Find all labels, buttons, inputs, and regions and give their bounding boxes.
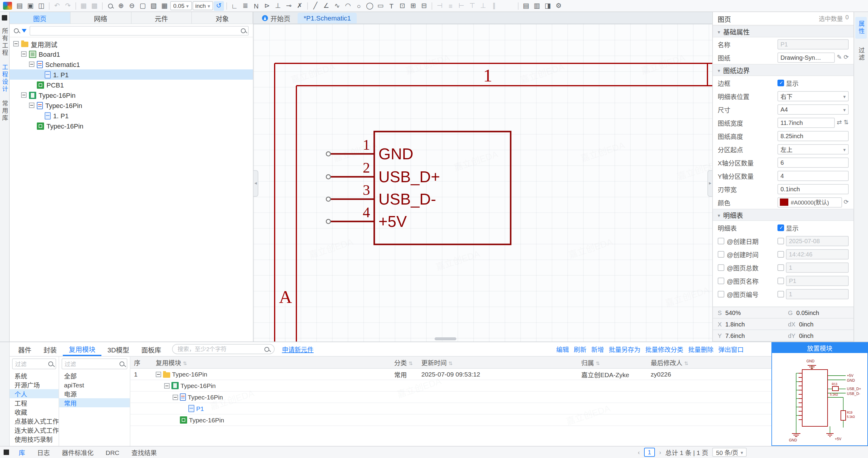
- sheet-input[interactable]: [777, 52, 835, 62]
- statusbar-tab-library[interactable]: 库: [13, 447, 31, 458]
- meta-checkbox[interactable]: [777, 291, 784, 297]
- rect-tool-icon[interactable]: ▭: [375, 1, 386, 10]
- app-logo-icon[interactable]: [3, 2, 12, 10]
- tree-item-pcb[interactable]: PCB1: [10, 80, 253, 90]
- settings-gear-icon[interactable]: ⚙: [554, 1, 564, 10]
- column-header[interactable]: 复用模块: [156, 358, 181, 367]
- group-item-studio-2[interactable]: 连大嵌入式工作室: [10, 425, 59, 434]
- module-preview[interactable]: GND +5V GND USB_D+ USB_D- R13 5.1kΩ R19 …: [772, 353, 867, 445]
- group-item-personal[interactable]: 个人: [10, 389, 59, 398]
- table-row[interactable]: 1 Typec-16Pin 常用 2025-07-09 09:53:12 嘉立创…: [130, 369, 771, 380]
- meta-checkbox[interactable]: [718, 277, 724, 284]
- paste-icon[interactable]: ▩: [89, 1, 100, 10]
- class-item-all[interactable]: 全部: [59, 371, 130, 380]
- pin-tool-icon[interactable]: ⊸: [284, 1, 294, 10]
- net-flag-tool-icon[interactable]: ⊥: [273, 1, 283, 10]
- table-row[interactable]: Typec-16Pin: [130, 415, 771, 426]
- meta-checkbox[interactable]: [777, 264, 784, 271]
- add-new-button[interactable]: 新增: [591, 345, 604, 354]
- tab-start-page[interactable]: 开始页: [256, 13, 297, 24]
- tab-nets[interactable]: 网络: [71, 12, 132, 24]
- sort-icon[interactable]: [684, 359, 688, 366]
- meta-checkbox[interactable]: [718, 251, 724, 257]
- band-width-input[interactable]: [777, 184, 849, 194]
- table-row[interactable]: Typec-16Pin: [130, 392, 771, 403]
- place-module-header[interactable]: 放置模块: [772, 343, 867, 353]
- image-tool-icon[interactable]: ⊡: [397, 1, 407, 10]
- expand-toggle-icon[interactable]: [13, 41, 19, 46]
- refresh-button[interactable]: 刷新: [574, 345, 586, 354]
- column-header[interactable]: 序: [134, 358, 140, 367]
- align-top-icon[interactable]: ⊤: [467, 1, 477, 10]
- class-item-power[interactable]: 电源: [59, 389, 130, 398]
- section-bom[interactable]: 明细表: [713, 209, 854, 221]
- rail-tab-common-library[interactable]: 常用库: [0, 100, 9, 122]
- arc-tool-icon[interactable]: ◠: [343, 1, 353, 10]
- tree-item-module[interactable]: Typec-16Pin: [10, 90, 253, 100]
- rail-tab-filter[interactable]: 过滤: [855, 43, 867, 65]
- refresh-icon[interactable]: [843, 54, 849, 60]
- filter-funnel-icon[interactable]: [22, 29, 27, 32]
- tab-pages[interactable]: 图页: [10, 12, 71, 24]
- tree-item-module-schematic[interactable]: Typec-16Pin: [10, 100, 253, 110]
- tree-item-module-page-p1[interactable]: 1. P1: [10, 110, 253, 121]
- redo-icon[interactable]: ↷: [63, 1, 73, 10]
- ellipse-tool-icon[interactable]: ◯: [365, 1, 375, 10]
- link-dimensions-icon[interactable]: [837, 120, 842, 126]
- expand-toggle-icon[interactable]: [164, 383, 169, 388]
- save-icon[interactable]: ◫: [36, 1, 46, 10]
- batch-delete-button[interactable]: 批量删除: [688, 345, 713, 354]
- distribute-icon[interactable]: ∥: [489, 1, 499, 10]
- symbol-wizard-icon[interactable]: ▥: [532, 1, 542, 10]
- tab-devices[interactable]: 器件: [12, 342, 37, 356]
- tree-item-module-pcb[interactable]: Typec-16Pin: [10, 121, 253, 131]
- rail-tab-all-projects[interactable]: 所有工程: [0, 28, 9, 57]
- group-item-studio-1[interactable]: 点基嵌入式工作室: [10, 416, 59, 425]
- statusbar-tab-log[interactable]: 日志: [31, 447, 56, 458]
- sort-icon[interactable]: [409, 359, 412, 366]
- column-header[interactable]: 分类: [394, 358, 407, 367]
- request-component-link[interactable]: 申请新元件: [282, 345, 314, 354]
- expand-toggle-icon[interactable]: [173, 394, 178, 400]
- statusbar-tab-drc[interactable]: DRC: [100, 447, 126, 458]
- tab-panel-library[interactable]: 面板库: [135, 342, 167, 356]
- group-item-favorites[interactable]: 收藏: [10, 407, 59, 416]
- meta-checkbox[interactable]: [718, 291, 724, 297]
- tab-components[interactable]: 元件: [131, 12, 192, 24]
- project-search-input[interactable]: [33, 27, 239, 34]
- tree-item-schematic[interactable]: Schematic1: [10, 59, 253, 69]
- meta-checkbox[interactable]: [718, 264, 724, 271]
- zoom-fit-icon[interactable]: ▢: [137, 1, 148, 10]
- search-icon[interactable]: [241, 28, 246, 33]
- snap-tool-icon[interactable]: ↺: [214, 1, 224, 10]
- page-number[interactable]: 1: [644, 448, 655, 457]
- panel-layout-icon[interactable]: ◨: [542, 1, 553, 10]
- popup-window-button[interactable]: 弹出窗口: [718, 345, 744, 354]
- sheet-settings-icon[interactable]: ▤: [521, 1, 531, 10]
- meta-checkbox[interactable]: [777, 251, 784, 257]
- circle-tool-icon[interactable]: ○: [354, 1, 364, 10]
- align-right-icon[interactable]: ⊢: [456, 1, 467, 10]
- page-size-select[interactable]: 50 条/页: [713, 448, 747, 457]
- bom-position-select[interactable]: 右下: [777, 91, 849, 101]
- zone-origin-select[interactable]: 左上: [777, 144, 849, 154]
- net-port-tool-icon[interactable]: ⊳: [262, 1, 272, 10]
- search-icon[interactable]: [265, 347, 269, 352]
- statusbar-tab-find-results[interactable]: 查找结果: [126, 447, 163, 458]
- expand-toggle-icon[interactable]: [21, 51, 27, 57]
- library-search-input[interactable]: [178, 346, 262, 352]
- sheet-width-input[interactable]: [777, 118, 835, 128]
- tab-reuse-modules[interactable]: 复用模块: [63, 342, 101, 356]
- tab-schematic-p1[interactable]: *P1.Schematic1: [298, 13, 357, 24]
- table-tool-icon[interactable]: ⊞: [408, 1, 418, 10]
- statusbar-tab-standardization[interactable]: 器件标准化: [56, 447, 100, 458]
- group-item-system[interactable]: 系统: [10, 371, 59, 380]
- expand-toggle-icon[interactable]: [29, 62, 34, 67]
- tab-objects[interactable]: 对象: [192, 12, 253, 24]
- component-symbol[interactable]: 1 2 3 4 GND USB_D+ USB_D- +5V: [326, 132, 511, 244]
- console-toggle-icon[interactable]: [4, 450, 9, 455]
- group-item-project[interactable]: 工程: [10, 398, 59, 407]
- zoom-out-icon[interactable]: ⊖: [127, 1, 137, 10]
- section-sheet-border[interactable]: 图纸边界: [713, 64, 854, 76]
- column-header[interactable]: 更新时间: [421, 358, 447, 367]
